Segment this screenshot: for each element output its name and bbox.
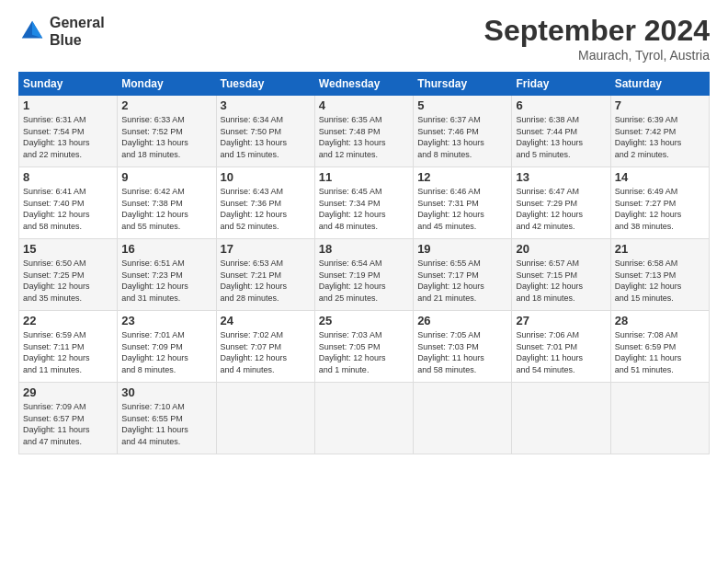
- day-info: Sunrise: 6:46 AM Sunset: 7:31 PM Dayligh…: [417, 186, 507, 232]
- calendar-cell: 28Sunrise: 7:08 AM Sunset: 6:59 PM Dayli…: [610, 311, 709, 383]
- calendar-cell: 11Sunrise: 6:45 AM Sunset: 7:34 PM Dayli…: [314, 167, 413, 239]
- calendar-cell: 18Sunrise: 6:54 AM Sunset: 7:19 PM Dayli…: [314, 239, 413, 311]
- day-number: 29: [23, 385, 113, 399]
- day-info: Sunrise: 6:31 AM Sunset: 7:54 PM Dayligh…: [23, 114, 113, 160]
- calendar-cell: 3Sunrise: 6:34 AM Sunset: 7:50 PM Daylig…: [216, 96, 314, 167]
- weekday-thursday: Thursday: [414, 73, 512, 96]
- day-number: 25: [319, 314, 409, 327]
- day-number: 24: [221, 314, 311, 327]
- day-number: 15: [23, 242, 113, 256]
- day-number: 1: [23, 98, 113, 112]
- day-info: Sunrise: 6:51 AM Sunset: 7:23 PM Dayligh…: [121, 258, 211, 304]
- calendar-cell: 29Sunrise: 7:09 AM Sunset: 6:57 PM Dayli…: [19, 383, 118, 454]
- weekday-monday: Monday: [118, 73, 216, 96]
- day-number: 8: [23, 170, 113, 184]
- day-number: 14: [615, 170, 705, 184]
- calendar-cell: 1Sunrise: 6:31 AM Sunset: 7:54 PM Daylig…: [19, 96, 118, 167]
- day-info: Sunrise: 6:47 AM Sunset: 7:29 PM Dayligh…: [516, 186, 606, 232]
- calendar-cell: 30Sunrise: 7:10 AM Sunset: 6:55 PM Dayli…: [118, 383, 216, 454]
- calendar-cell: 5Sunrise: 6:37 AM Sunset: 7:46 PM Daylig…: [414, 96, 512, 167]
- day-info: Sunrise: 6:37 AM Sunset: 7:46 PM Dayligh…: [417, 114, 507, 160]
- calendar-cell: 6Sunrise: 6:38 AM Sunset: 7:44 PM Daylig…: [512, 96, 610, 167]
- week-row-0: 1Sunrise: 6:31 AM Sunset: 7:54 PM Daylig…: [19, 96, 710, 167]
- calendar-cell: [314, 383, 413, 454]
- calendar-cell: [216, 383, 314, 454]
- calendar-cell: 8Sunrise: 6:41 AM Sunset: 7:40 PM Daylig…: [19, 167, 118, 239]
- logo: General Blue: [18, 14, 105, 49]
- day-number: 6: [516, 98, 606, 112]
- day-info: Sunrise: 7:10 AM Sunset: 6:55 PM Dayligh…: [121, 401, 211, 447]
- logo-line1: General: [50, 14, 105, 31]
- day-info: Sunrise: 7:05 AM Sunset: 7:03 PM Dayligh…: [417, 329, 507, 375]
- calendar-cell: [512, 383, 610, 454]
- calendar-cell: 25Sunrise: 7:03 AM Sunset: 7:05 PM Dayli…: [314, 311, 413, 383]
- day-info: Sunrise: 6:39 AM Sunset: 7:42 PM Dayligh…: [615, 114, 705, 160]
- weekday-header: SundayMondayTuesdayWednesdayThursdayFrid…: [19, 73, 710, 96]
- day-number: 22: [23, 314, 113, 327]
- day-number: 23: [121, 314, 211, 327]
- calendar: SundayMondayTuesdayWednesdayThursdayFrid…: [18, 72, 710, 454]
- calendar-cell: 9Sunrise: 6:42 AM Sunset: 7:38 PM Daylig…: [118, 167, 216, 239]
- header: General Blue September 2024 Maurach, Tyr…: [18, 14, 710, 63]
- calendar-cell: 12Sunrise: 6:46 AM Sunset: 7:31 PM Dayli…: [414, 167, 512, 239]
- calendar-cell: 26Sunrise: 7:05 AM Sunset: 7:03 PM Dayli…: [414, 311, 512, 383]
- day-info: Sunrise: 6:50 AM Sunset: 7:25 PM Dayligh…: [23, 258, 113, 304]
- calendar-cell: 19Sunrise: 6:55 AM Sunset: 7:17 PM Dayli…: [414, 239, 512, 311]
- day-number: 16: [121, 242, 211, 256]
- day-number: 7: [615, 98, 705, 112]
- day-number: 9: [121, 170, 211, 184]
- day-number: 27: [516, 314, 606, 327]
- day-number: 18: [319, 242, 409, 256]
- day-number: 3: [221, 98, 311, 112]
- day-info: Sunrise: 6:38 AM Sunset: 7:44 PM Dayligh…: [516, 114, 606, 160]
- day-number: 11: [319, 170, 409, 184]
- title-block: September 2024 Maurach, Tyrol, Austria: [484, 14, 710, 63]
- calendar-cell: 23Sunrise: 7:01 AM Sunset: 7:09 PM Dayli…: [118, 311, 216, 383]
- day-number: 26: [417, 314, 507, 327]
- day-number: 13: [516, 170, 606, 184]
- day-number: 28: [615, 314, 705, 327]
- day-info: Sunrise: 7:06 AM Sunset: 7:01 PM Dayligh…: [516, 329, 606, 375]
- day-number: 30: [121, 385, 211, 399]
- page: General Blue September 2024 Maurach, Tyr…: [0, 0, 728, 563]
- location-subtitle: Maurach, Tyrol, Austria: [484, 48, 710, 63]
- day-number: 2: [121, 98, 211, 112]
- calendar-cell: 13Sunrise: 6:47 AM Sunset: 7:29 PM Dayli…: [512, 167, 610, 239]
- calendar-cell: 4Sunrise: 6:35 AM Sunset: 7:48 PM Daylig…: [314, 96, 413, 167]
- calendar-cell: [610, 383, 709, 454]
- day-info: Sunrise: 6:34 AM Sunset: 7:50 PM Dayligh…: [221, 114, 311, 160]
- weekday-tuesday: Tuesday: [216, 73, 314, 96]
- day-info: Sunrise: 6:33 AM Sunset: 7:52 PM Dayligh…: [121, 114, 211, 160]
- day-info: Sunrise: 7:08 AM Sunset: 6:59 PM Dayligh…: [615, 329, 705, 375]
- day-info: Sunrise: 6:57 AM Sunset: 7:15 PM Dayligh…: [516, 258, 606, 304]
- weekday-saturday: Saturday: [610, 73, 709, 96]
- calendar-cell: 14Sunrise: 6:49 AM Sunset: 7:27 PM Dayli…: [610, 167, 709, 239]
- calendar-cell: 16Sunrise: 6:51 AM Sunset: 7:23 PM Dayli…: [118, 239, 216, 311]
- day-info: Sunrise: 6:59 AM Sunset: 7:11 PM Dayligh…: [23, 329, 113, 375]
- day-number: 17: [221, 242, 311, 256]
- calendar-body: 1Sunrise: 6:31 AM Sunset: 7:54 PM Daylig…: [19, 96, 710, 454]
- week-row-1: 8Sunrise: 6:41 AM Sunset: 7:40 PM Daylig…: [19, 167, 710, 239]
- day-number: 21: [615, 242, 705, 256]
- day-info: Sunrise: 6:58 AM Sunset: 7:13 PM Dayligh…: [615, 258, 705, 304]
- calendar-cell: 15Sunrise: 6:50 AM Sunset: 7:25 PM Dayli…: [19, 239, 118, 311]
- month-title: September 2024: [484, 14, 710, 48]
- day-info: Sunrise: 7:02 AM Sunset: 7:07 PM Dayligh…: [221, 329, 311, 375]
- day-info: Sunrise: 6:41 AM Sunset: 7:40 PM Dayligh…: [23, 186, 113, 232]
- calendar-cell: 22Sunrise: 6:59 AM Sunset: 7:11 PM Dayli…: [19, 311, 118, 383]
- week-row-2: 15Sunrise: 6:50 AM Sunset: 7:25 PM Dayli…: [19, 239, 710, 311]
- calendar-cell: 21Sunrise: 6:58 AM Sunset: 7:13 PM Dayli…: [610, 239, 709, 311]
- day-info: Sunrise: 6:49 AM Sunset: 7:27 PM Dayligh…: [615, 186, 705, 232]
- calendar-cell: 2Sunrise: 6:33 AM Sunset: 7:52 PM Daylig…: [118, 96, 216, 167]
- calendar-cell: [414, 383, 512, 454]
- day-info: Sunrise: 6:55 AM Sunset: 7:17 PM Dayligh…: [417, 258, 507, 304]
- day-number: 19: [417, 242, 507, 256]
- calendar-cell: 20Sunrise: 6:57 AM Sunset: 7:15 PM Dayli…: [512, 239, 610, 311]
- day-info: Sunrise: 6:45 AM Sunset: 7:34 PM Dayligh…: [319, 186, 409, 232]
- day-number: 4: [319, 98, 409, 112]
- day-number: 20: [516, 242, 606, 256]
- week-row-3: 22Sunrise: 6:59 AM Sunset: 7:11 PM Dayli…: [19, 311, 710, 383]
- weekday-sunday: Sunday: [19, 73, 118, 96]
- day-info: Sunrise: 6:35 AM Sunset: 7:48 PM Dayligh…: [319, 114, 409, 160]
- day-info: Sunrise: 7:03 AM Sunset: 7:05 PM Dayligh…: [319, 329, 409, 375]
